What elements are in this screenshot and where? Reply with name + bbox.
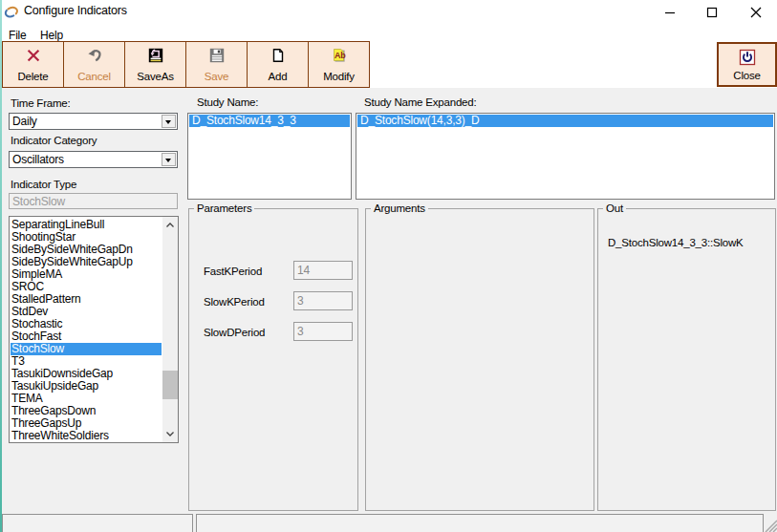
svg-text:Ab: Ab: [335, 51, 346, 60]
